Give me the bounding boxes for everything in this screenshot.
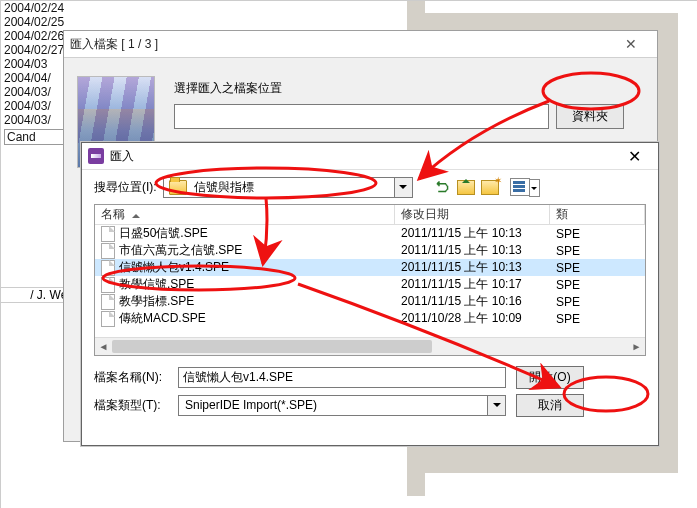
close-icon[interactable]: ✕ — [614, 147, 654, 166]
file-type: SPE — [550, 295, 645, 309]
file-type: SPE — [550, 244, 645, 258]
file-icon — [101, 311, 115, 327]
up-folder-icon[interactable] — [457, 178, 475, 196]
dialog-title: 匯入檔案 [ 1 / 3 ] — [70, 36, 611, 53]
column-header-name[interactable]: 名稱 — [95, 205, 395, 224]
horizontal-scrollbar[interactable]: ◄ ► — [95, 337, 645, 355]
file-date: 2011/11/15 上午 10:13 — [395, 259, 550, 276]
scroll-thumb[interactable] — [112, 340, 432, 353]
filename-input[interactable]: 信號懶人包v1.4.SPE — [178, 367, 506, 388]
file-icon — [101, 294, 115, 310]
chevron-down-icon[interactable] — [487, 396, 505, 415]
file-row[interactable]: 日盛50信號.SPE2011/11/15 上午 10:13SPE — [95, 225, 645, 242]
file-open-dialog: 匯入 ✕ 搜尋位置(I): 信號與指標 ⮌ 名稱 修改日期 類 日盛50信號.S… — [81, 142, 659, 446]
back-icon[interactable]: ⮌ — [433, 178, 451, 196]
file-icon — [101, 260, 115, 276]
look-in-value: 信號與指標 — [192, 179, 394, 196]
filetype-value: SniperIDE Import(*.SPE) — [179, 398, 487, 412]
sort-asc-icon — [129, 208, 140, 222]
app-icon — [88, 148, 104, 164]
dialog-title: 匯入 — [110, 148, 614, 165]
column-header-type[interactable]: 類 — [550, 205, 645, 224]
location-label: 選擇匯入之檔案位置 — [174, 80, 282, 97]
file-date: 2011/11/15 上午 10:13 — [395, 225, 550, 242]
background-date-list: 2004/02/24 2004/02/25 2004/02/26 2004/02… — [4, 1, 64, 145]
file-name: 教學信號.SPE — [119, 276, 194, 293]
file-name: 日盛50信號.SPE — [119, 225, 208, 242]
look-in-combo[interactable]: 信號與指標 — [163, 177, 413, 198]
close-icon[interactable]: ✕ — [611, 36, 651, 52]
file-date: 2011/11/15 上午 10:13 — [395, 242, 550, 259]
file-name: 市值六萬元之信號.SPE — [119, 242, 242, 259]
file-icon — [101, 226, 115, 242]
file-name: 傳統MACD.SPE — [119, 310, 206, 327]
file-date: 2011/11/15 上午 10:16 — [395, 293, 550, 310]
view-menu-icon[interactable] — [505, 178, 535, 196]
file-list: 名稱 修改日期 類 日盛50信號.SPE2011/11/15 上午 10:13S… — [94, 204, 646, 356]
file-row[interactable]: 市值六萬元之信號.SPE2011/11/15 上午 10:13SPE — [95, 242, 645, 259]
file-type: SPE — [550, 312, 645, 326]
file-row[interactable]: 教學指標.SPE2011/11/15 上午 10:16SPE — [95, 293, 645, 310]
scroll-right-icon[interactable]: ► — [628, 338, 645, 355]
cancel-button[interactable]: 取消 — [516, 394, 584, 417]
file-row[interactable]: 信號懶人包v1.4.SPE2011/11/15 上午 10:13SPE — [95, 259, 645, 276]
filename-label: 檔案名稱(N): — [94, 369, 168, 386]
file-type: SPE — [550, 261, 645, 275]
file-row[interactable]: 傳統MACD.SPE2011/10/28 上午 10:09SPE — [95, 310, 645, 327]
chevron-down-icon[interactable] — [394, 178, 412, 197]
new-folder-icon[interactable] — [481, 178, 499, 196]
candlestick-tab[interactable]: Cand — [4, 129, 64, 145]
file-icon — [101, 277, 115, 293]
column-header-date[interactable]: 修改日期 — [395, 205, 550, 224]
open-button[interactable]: 開啟(O) — [516, 366, 584, 389]
folder-icon — [169, 180, 187, 195]
file-icon — [101, 243, 115, 259]
file-name: 教學指標.SPE — [119, 293, 194, 310]
file-date: 2011/10/28 上午 10:09 — [395, 310, 550, 327]
location-input[interactable] — [174, 104, 549, 129]
folder-button[interactable]: 資料夾 — [556, 104, 624, 129]
file-name: 信號懶人包v1.4.SPE — [119, 259, 229, 276]
filetype-combo[interactable]: SniperIDE Import(*.SPE) — [178, 395, 506, 416]
file-date: 2011/11/15 上午 10:17 — [395, 276, 550, 293]
file-type: SPE — [550, 278, 645, 292]
look-in-label: 搜尋位置(I): — [94, 179, 157, 196]
scroll-left-icon[interactable]: ◄ — [95, 338, 112, 355]
file-row[interactable]: 教學信號.SPE2011/11/15 上午 10:17SPE — [95, 276, 645, 293]
filetype-label: 檔案類型(T): — [94, 397, 168, 414]
file-type: SPE — [550, 227, 645, 241]
